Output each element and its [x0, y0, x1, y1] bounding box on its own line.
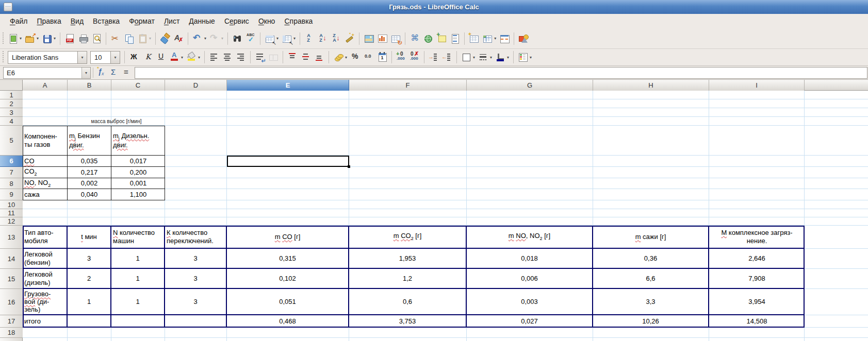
dropdown-arrow-icon[interactable]: ▾ [345, 55, 347, 60]
name-box[interactable]: E6 ▾ [3, 67, 91, 79]
cell-B15[interactable]: 2 [68, 269, 111, 289]
formula-input[interactable] [135, 67, 867, 79]
row-header-16[interactable]: 16 [0, 289, 23, 315]
dropdown-arrow-icon[interactable]: ▾ [293, 36, 296, 41]
border-color-button[interactable]: ▾ [494, 49, 510, 65]
cell-H13[interactable]: m сажи [г] [593, 226, 709, 249]
cell-I14[interactable]: 2,646 [709, 249, 805, 269]
row-header-12[interactable]: 12 [0, 217, 23, 226]
borders-button[interactable]: ▾ [460, 49, 476, 65]
row-button[interactable]: ↖▾ [264, 30, 280, 47]
chevron-down-icon[interactable]: ▾ [77, 52, 87, 63]
export-pdf-button[interactable]: PDF [63, 30, 76, 47]
column-header-G[interactable]: G [467, 80, 593, 91]
percent-button[interactable]: % [349, 49, 362, 65]
insert-chart-button[interactable] [376, 30, 388, 47]
row-header-6[interactable]: 6 [0, 156, 23, 167]
clear-formatting-button[interactable]: A✗ [172, 30, 185, 47]
cell-B9[interactable]: 0,040 [68, 189, 111, 200]
align-right-button[interactable] [235, 49, 247, 65]
font-name-combo[interactable]: Liberation Sans ▾ [8, 51, 87, 64]
dropdown-arrow-icon[interactable]: ▾ [473, 55, 475, 60]
cell-C17[interactable] [111, 315, 165, 328]
menu-item-6[interactable]: Данные [184, 15, 220, 27]
menu-item-9[interactable]: Справка [280, 15, 317, 27]
chevron-down-icon[interactable]: ▾ [110, 52, 120, 63]
font-color-button[interactable]: A▾ [168, 49, 184, 65]
cell-C6[interactable]: 0,017 [111, 156, 165, 167]
menu-item-7[interactable]: Сервис [220, 15, 254, 27]
equals-button[interactable]: = [120, 66, 133, 79]
column-header-H[interactable]: H [593, 80, 709, 91]
cell-A17[interactable]: итого [23, 315, 68, 328]
cell-B16[interactable]: 1 [68, 289, 111, 315]
dropdown-arrow-icon[interactable]: ▾ [507, 55, 509, 60]
column-header-C[interactable]: C [111, 80, 165, 91]
dropdown-arrow-icon[interactable]: ▾ [20, 36, 22, 41]
align-center-button[interactable] [221, 49, 234, 65]
row-header-15[interactable]: 15 [0, 269, 23, 289]
cell-E17[interactable]: 0,468 [227, 315, 349, 328]
sort-button[interactable]: AZ [303, 30, 316, 47]
wrap-text-button[interactable]: ↵ [254, 49, 266, 65]
menu-item-8[interactable]: Окно [254, 15, 280, 27]
dropdown-arrow-icon[interactable]: ▾ [37, 36, 39, 41]
cell-E14[interactable]: 0,315 [227, 249, 349, 269]
clone-formatting-button[interactable] [159, 30, 171, 47]
insert-image-button[interactable] [363, 30, 375, 47]
column-header-B[interactable]: B [68, 80, 111, 91]
show-draw-functions-button[interactable] [517, 30, 530, 47]
row-header-13[interactable]: 13 [0, 226, 23, 249]
delete-decimal-button[interactable]: 0✗.000 [408, 49, 421, 65]
cell-A16[interactable]: Грузово- вой (ди- зель) [23, 289, 68, 315]
dropdown-arrow-icon[interactable]: ▾ [149, 36, 151, 41]
row-header-1[interactable]: 1 [0, 91, 23, 99]
cell-A5[interactable]: Компонен- ты газов [23, 126, 68, 156]
cell-B17[interactable] [68, 315, 111, 328]
dropdown-arrow-icon[interactable]: ▾ [490, 55, 492, 60]
pivot-table-button[interactable]: ↻ [389, 30, 402, 47]
row-header-9[interactable]: 9 [0, 189, 23, 200]
spreadsheet-grid[interactable]: ABCDEFGHI123456789101112131415161718масс… [0, 80, 868, 341]
cell-D16[interactable]: 3 [165, 289, 227, 315]
row-header-5[interactable]: 5 [0, 126, 23, 156]
cell-G13[interactable]: m NO, NO2 [г] [467, 226, 593, 249]
increase-indent-button[interactable]: → [428, 49, 440, 65]
underline-button[interactable]: U [155, 49, 167, 65]
column-header-I[interactable]: I [709, 80, 805, 91]
cell-B5[interactable]: mj Бензин двиг. [68, 126, 111, 156]
dropdown-arrow-icon[interactable]: ▾ [54, 36, 56, 41]
cell-B13[interactable]: t мин [68, 226, 111, 249]
center-vertically-button[interactable] [300, 49, 312, 65]
italic-button[interactable]: K [141, 49, 154, 65]
column-header-A[interactable]: A [23, 80, 68, 91]
cell-F17[interactable]: 3,753 [349, 315, 467, 328]
menu-item-3[interactable]: Вставка [88, 15, 124, 27]
new-document-button[interactable]: ▾ [7, 30, 23, 47]
cell-A15[interactable]: Легковой (дизель) [23, 269, 68, 289]
cell-G14[interactable]: 0,018 [467, 249, 593, 269]
cell-B8[interactable]: 0,002 [68, 178, 111, 189]
sort-ascending-button[interactable]: AZ↓ [317, 30, 329, 47]
cell-F15[interactable]: 1,2 [349, 269, 467, 289]
cell-I16[interactable]: 3,954 [709, 289, 805, 315]
open-folder-button[interactable]: ↗▾ [24, 30, 40, 47]
menu-item-5[interactable]: Лист [159, 15, 184, 27]
column-header-E[interactable]: E [227, 80, 349, 91]
cut-button[interactable]: ✂ [109, 30, 122, 47]
dropdown-arrow-icon[interactable]: ▾ [494, 36, 496, 41]
column-header-D[interactable]: D [165, 80, 227, 91]
cell-A8[interactable]: NO, NO2 [23, 178, 68, 189]
row-header-8[interactable]: 8 [0, 178, 23, 189]
menu-item-1[interactable]: Правка [32, 15, 65, 27]
row-header-3[interactable]: 3 [0, 108, 23, 117]
cell-A14[interactable]: Легковой (бензин) [23, 249, 68, 269]
column-button[interactable]: ↖▾ [281, 30, 297, 47]
cell-I13[interactable]: М комплексное загряз- нение. [709, 226, 805, 249]
cell-E16[interactable]: 0,051 [227, 289, 349, 315]
cell-B7[interactable]: 0,217 [68, 167, 111, 178]
sort-descending-button[interactable]: ZA↓ [330, 30, 342, 47]
cell-C8[interactable]: 0,001 [111, 178, 165, 189]
row-header-4[interactable]: 4 [0, 117, 23, 126]
print-preview-button[interactable] [90, 30, 103, 47]
